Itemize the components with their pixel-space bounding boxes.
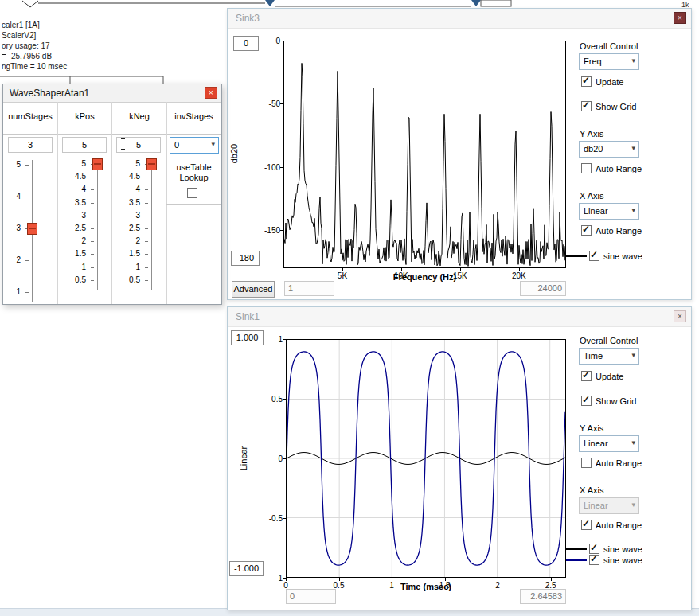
y-axis-tick-label: -100 (247, 163, 280, 172)
x-axis-section-label: X Axis (580, 485, 604, 495)
slider-tick-mark (145, 216, 148, 216)
overall-control-label: Overall Control (580, 41, 638, 51)
column-header-invstages: invStages (166, 111, 221, 121)
x-axis-tick-label: 15K (448, 271, 472, 280)
window-title: Sink3 (236, 13, 260, 24)
slider-tick-mark (25, 197, 29, 197)
slider-tick-mark (145, 241, 148, 242)
close-icon: × (678, 14, 682, 22)
slider-tick-label: 2 (6, 256, 21, 264)
y-axis-dropdown[interactable]: db20 ▾ (579, 141, 639, 158)
update-checkbox[interactable]: ✓ Update (581, 371, 623, 381)
y-axis-title: Linear (239, 443, 248, 474)
overall-control-dropdown[interactable]: Time ▾ (579, 348, 639, 365)
scope-canvas (287, 340, 565, 577)
x-auto-range-checkbox[interactable]: ✓ Auto Range (581, 520, 642, 530)
x-auto-range-checkbox[interactable]: ✓ Auto Range (581, 225, 642, 236)
kpos-slider-track[interactable] (97, 159, 98, 290)
update-checkbox[interactable]: ✓ Update (581, 76, 623, 87)
x-axis-tick (445, 578, 446, 581)
legend-line (566, 548, 587, 550)
y-axis-tick-label: 1 (249, 335, 283, 344)
show-grid-checkbox[interactable]: ✓ Show Grid (581, 396, 636, 406)
x-max-field[interactable]: 24000 (520, 281, 566, 296)
checkbox-box: ✓ (581, 101, 592, 111)
y-min-field[interactable]: -180 (231, 251, 260, 266)
slider-tick-label: 1 (65, 263, 86, 271)
column-divider (57, 102, 58, 304)
waveshaper-titlebar[interactable]: WaveShaperAtan1 × (3, 84, 221, 103)
slider-tick-label: 1.5 (65, 250, 86, 258)
x-axis-tick (519, 268, 520, 271)
show-grid-checkbox[interactable]: ✓ Show Grid (581, 101, 636, 111)
close-button[interactable]: × (674, 12, 686, 24)
connector-triangle (265, 0, 275, 6)
sink1-window: Sink1 × 1.000 Linear -1.000 Time (msec) … (227, 306, 692, 610)
slider-tick-mark (145, 203, 148, 204)
kneg-slider-handle[interactable] (146, 158, 157, 170)
x-axis-tick-label: 1 (380, 581, 404, 590)
numstages-value-field[interactable]: 3 (8, 137, 53, 153)
spectrum-canvas (284, 41, 565, 267)
slider-tick-label: 4 (6, 193, 21, 201)
y-auto-range-checkbox[interactable]: Auto Range (581, 458, 642, 468)
legend-line (566, 559, 587, 561)
invstages-dropdown[interactable]: 0 ▾ (170, 137, 219, 154)
kpos-value-field[interactable]: 5 (62, 137, 107, 153)
x-axis-dropdown[interactable]: Linear ▾ (579, 203, 639, 220)
x-axis-tick-label: 5K (330, 271, 354, 280)
x-min-field[interactable]: 0 (286, 589, 336, 604)
dropdown-value: Time (584, 351, 603, 361)
slider-tick-label: 4.5 (119, 173, 140, 181)
x-max-field[interactable]: 2.64583 (520, 589, 566, 604)
slider-tick-mark (145, 189, 148, 190)
check-icon: ✓ (582, 224, 590, 235)
numstages-slider-handle[interactable] (27, 223, 37, 235)
check-icon: ✓ (590, 249, 598, 260)
checkbox-box: ✓ (581, 396, 592, 406)
overall-control-dropdown[interactable]: Freq ▾ (579, 53, 639, 70)
x-axis-tick-label: 0.5 (327, 581, 351, 590)
close-button[interactable]: × (205, 87, 217, 99)
checkbox-box (581, 163, 592, 173)
use-table-label-line2: Lookup (166, 173, 221, 182)
y-auto-range-checkbox[interactable]: Auto Range (581, 163, 642, 173)
checkbox-box (187, 188, 197, 198)
use-table-checkbox[interactable] (187, 188, 197, 198)
y-axis-tick (283, 399, 286, 400)
advanced-button[interactable]: Advanced (232, 281, 275, 298)
chevron-down-icon: ▾ (631, 501, 635, 509)
y-axis-tick-label: -50 (247, 99, 280, 108)
slider-tick-mark (91, 216, 94, 216)
slider-tick-label: 5 (119, 160, 140, 168)
x-axis-tick (339, 578, 340, 581)
sink1-titlebar[interactable]: Sink1 × (228, 307, 691, 327)
check-icon: ✓ (582, 369, 590, 380)
y-axis-tick (280, 103, 283, 104)
legend-sine-wave-2-checkbox[interactable]: ✓ sine wave (589, 555, 642, 565)
slider-tick-label: 0.5 (65, 276, 86, 284)
sink3-titlebar[interactable]: Sink3 × (228, 9, 691, 29)
y-axis-tick (280, 167, 283, 168)
legend-sine-wave-checkbox[interactable]: ✓ sine wave (589, 251, 642, 261)
close-button[interactable]: × (674, 310, 686, 322)
y-axis-tick-label: 0 (247, 37, 280, 45)
kneg-slider-track[interactable] (151, 159, 152, 290)
connector-arrow (22, 1, 38, 7)
x-axis-tick-label: 2.5 (539, 581, 563, 590)
x-axis-tick-label: 0 (274, 581, 298, 590)
checkbox-box: ✓ (581, 520, 592, 530)
dropdown-value: Linear (584, 501, 608, 510)
checkbox-box: ✓ (581, 371, 592, 381)
x-axis-tick-label: 1.5 (433, 581, 457, 590)
x-axis-tick (460, 268, 461, 271)
window-title: Sink1 (236, 311, 260, 322)
x-min-field[interactable]: 1 (284, 281, 334, 296)
kpos-slider-handle[interactable] (92, 158, 103, 170)
slider-tick-label: 2 (119, 237, 140, 245)
y-axis-dropdown[interactable]: Linear ▾ (579, 435, 639, 452)
window-title: WaveShaperAtan1 (10, 88, 89, 99)
x-axis-tick (551, 578, 552, 581)
chevron-down-icon: ▾ (631, 144, 635, 152)
slider-tick-label: 2.5 (119, 224, 140, 232)
